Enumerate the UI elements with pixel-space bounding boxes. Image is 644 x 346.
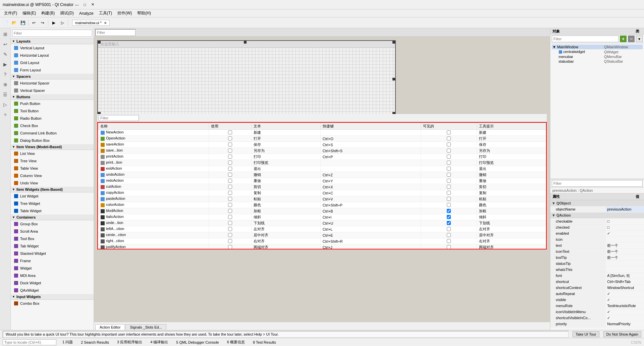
prop-value-cell[interactable]: WindowShortcut — [606, 285, 644, 291]
props-table-row[interactable]: enabled✓ — [550, 230, 644, 236]
action-used-cell[interactable] — [209, 166, 251, 172]
props-table-row[interactable]: whatsThis — [550, 267, 644, 273]
action-used-checkbox[interactable] — [228, 197, 232, 201]
locate-input[interactable] — [3, 339, 56, 345]
action-used-checkbox[interactable] — [228, 179, 232, 183]
status-item-1[interactable]: 2 Search Results — [79, 340, 111, 344]
action-used-checkbox[interactable] — [228, 167, 232, 171]
redo-btn[interactable]: ↪ — [39, 19, 47, 27]
action-used-checkbox[interactable] — [228, 227, 232, 231]
action-table-row[interactable]: italicAction倾斜Ctrl+I倾斜 — [98, 214, 546, 220]
edit-icon[interactable]: ↩ — [1, 40, 10, 49]
props-table-row[interactable]: autoRepeat✓ — [550, 291, 644, 297]
sidebar-item-mdi-area[interactable]: MDI Area — [11, 272, 94, 279]
sidebar-section-input-widgets[interactable]: ▼Input Widgets — [11, 294, 94, 300]
prop-value-cell[interactable] — [606, 236, 644, 242]
action-table-row[interactable]: redoAction重做Ctrl+Y重做 — [98, 178, 546, 184]
action-table-row[interactable]: cente...ction居中对齐Ctrl+E居中对齐 — [98, 232, 546, 238]
action-visible-cell[interactable] — [421, 190, 477, 196]
designer-tab[interactable]: mainwindow.ui * ✕ — [72, 20, 110, 26]
status-item-0[interactable]: 1 问题 — [60, 340, 75, 345]
action-table-row[interactable]: NewAction新建新建 — [98, 130, 546, 136]
props-table-row[interactable]: checked□ — [550, 224, 644, 230]
props-table-row[interactable]: text前一个 — [550, 242, 644, 248]
tree-item-row[interactable]: ▼ MainWindowQMainWindow — [552, 45, 643, 49]
prop-value-cell[interactable]: ✓ — [606, 309, 644, 315]
action-visible-checkbox[interactable] — [447, 185, 451, 189]
action-used-cell[interactable] — [209, 232, 251, 238]
action-visible-cell[interactable] — [421, 238, 477, 244]
action-used-cell[interactable] — [209, 184, 251, 190]
sidebar-item-dialog-button-box[interactable]: Dialog Button Box — [11, 137, 94, 144]
sidebar-section-buttons[interactable]: ▼Buttons — [11, 94, 94, 100]
action-table-row[interactable]: colorAction颜色Ctrl+Shift+P颜色 — [98, 202, 546, 208]
action-visible-cell[interactable] — [421, 226, 477, 232]
save-file-btn[interactable]: 💾 — [19, 19, 27, 27]
action-used-checkbox[interactable] — [228, 136, 232, 140]
menu-item----e-[interactable]: 编辑(E) — [20, 10, 39, 17]
run-btn[interactable]: ▷ — [58, 19, 66, 27]
action-table-row[interactable]: exitAction退出退出 — [98, 166, 546, 172]
action-table-row[interactable]: saveAction保存Ctrl+S保存 — [98, 142, 546, 148]
prop-value-cell[interactable]: 前一个 — [606, 254, 644, 261]
action-visible-checkbox[interactable] — [447, 221, 451, 225]
build-icon[interactable]: ⊕ — [1, 80, 10, 89]
action-table-row[interactable]: print...tion打印预览打印预览 — [98, 160, 546, 166]
status-item-3[interactable]: 4 编译输出 — [148, 340, 170, 345]
sidebar-filter-input[interactable] — [12, 30, 92, 37]
prop-value-cell[interactable]: A [SimSun, 9] — [606, 273, 644, 279]
action-used-checkbox[interactable] — [228, 155, 232, 159]
action-visible-checkbox[interactable] — [447, 149, 451, 153]
resize-handle-tc[interactable] — [244, 41, 247, 44]
close-btn[interactable]: ✕ — [90, 1, 96, 8]
action-visible-cell[interactable] — [421, 142, 477, 148]
action-visible-checkbox[interactable] — [447, 245, 451, 249]
action-visible-checkbox[interactable] — [447, 227, 451, 231]
sidebar-item-tree-widget[interactable]: Tree Widget — [11, 200, 94, 207]
action-table-row[interactable]: pasteAction粘贴Ctrl+V粘贴 — [98, 196, 546, 202]
action-table-row[interactable]: unde...tion下划线Ctrl+U下划线 — [98, 220, 546, 226]
prop-value-cell[interactable]: NormalPriority — [606, 321, 644, 327]
action-used-cell[interactable] — [209, 226, 251, 232]
sidebar-item-vertical-spacer[interactable]: Vertical Spacer — [11, 87, 94, 94]
tree-item-row[interactable]: menubarQMenuBar — [552, 54, 643, 59]
menu-item----w-[interactable]: 控件(W) — [115, 10, 135, 17]
sidebar-item-group-box[interactable]: Group Box — [11, 220, 94, 228]
prop-value-cell[interactable]: □ — [606, 224, 644, 230]
undo-btn[interactable]: ↩ — [30, 19, 38, 27]
action-visible-checkbox[interactable] — [447, 167, 451, 171]
right-object-filter-input[interactable] — [552, 36, 619, 42]
action-visible-checkbox[interactable] — [447, 130, 451, 134]
sidebar-item-qaxwidget[interactable]: QAxWidget — [11, 287, 94, 294]
sidebar-item-radio-button[interactable]: Radio Button — [11, 115, 94, 122]
sidebar-item-tool-button[interactable]: Tool Button — [11, 107, 94, 115]
action-visible-cell[interactable] — [421, 154, 477, 160]
maximize-btn[interactable]: □ — [82, 1, 88, 8]
sidebar-item-tool-box[interactable]: Tool Box — [11, 235, 94, 242]
props-table-row[interactable]: fontA [SimSun, 9] — [550, 273, 644, 279]
no-show-btn[interactable]: Do Not Show Again — [603, 331, 641, 337]
sidebar-item-column-view[interactable]: Column View — [11, 172, 94, 179]
designer-filter-input[interactable] — [95, 29, 136, 36]
welcome-icon[interactable]: ⊞ — [1, 30, 10, 39]
action-visible-cell[interactable] — [421, 220, 477, 226]
design-icon[interactable]: ✎ — [1, 50, 10, 59]
sidebar-item-table-view[interactable]: Table View — [11, 165, 94, 172]
props-table-row[interactable]: shortcutCtrl+Shift+Tab — [550, 279, 644, 285]
sidebar-item-table-widget[interactable]: Table Widget — [11, 207, 94, 215]
sidebar-item-push-button[interactable]: Push Button — [11, 100, 94, 107]
sidebar-item-widget[interactable]: Widget — [11, 265, 94, 272]
action-visible-checkbox[interactable] — [447, 209, 451, 213]
prop-value-cell[interactable]: 前一个 — [606, 242, 644, 248]
action-used-checkbox[interactable] — [228, 173, 232, 177]
designer-tab-close[interactable]: ✕ — [104, 21, 107, 25]
props-table-row[interactable]: icon — [550, 236, 644, 242]
prop-value-cell[interactable] — [606, 261, 644, 267]
action-used-cell[interactable] — [209, 148, 251, 154]
props-table-row[interactable]: shortcutVisibleInCo...✓ — [550, 315, 644, 321]
action-visible-checkbox[interactable] — [447, 239, 451, 243]
sidebar-item-list-view[interactable]: List View — [11, 150, 94, 157]
action-visible-cell[interactable] — [421, 184, 477, 190]
status-item-2[interactable]: 3 应用程序输出 — [115, 340, 144, 345]
status-item-6[interactable]: 8 Test Results — [251, 340, 278, 344]
